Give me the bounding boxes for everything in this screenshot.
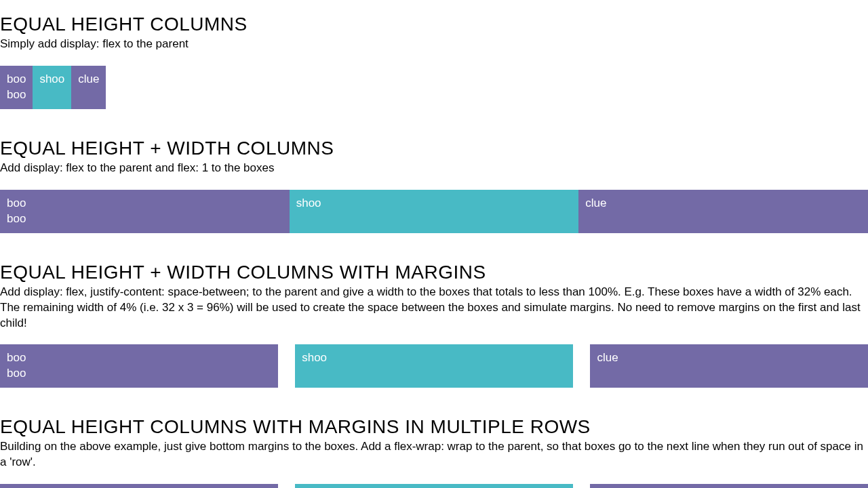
example-row: booboo shoo clue <box>0 344 868 388</box>
demo-box: shoo <box>295 484 573 488</box>
section-heading: EQUAL HEIGHT COLUMNS WITH MARGINS IN MUL… <box>0 416 868 438</box>
demo-box: clue <box>71 66 106 109</box>
example-row: booboo shoo clue <box>0 190 868 233</box>
demo-box: clue <box>590 344 868 388</box>
demo-box: shoo <box>295 344 573 388</box>
example-row: boo shoo clue <box>0 484 868 488</box>
section-description: Simply add display: flex to the parent <box>0 37 868 52</box>
section-heading: EQUAL HEIGHT COLUMNS <box>0 14 868 35</box>
section-description: Add display: flex to the parent and flex… <box>0 161 868 176</box>
demo-box: shoo <box>33 66 71 109</box>
demo-box: clue <box>590 484 868 488</box>
demo-box: booboo <box>0 344 278 388</box>
demo-box: shoo <box>290 190 579 233</box>
section-heading: EQUAL HEIGHT + WIDTH COLUMNS WITH MARGIN… <box>0 262 868 283</box>
demo-box: booboo <box>0 66 33 109</box>
section-description: Add display: flex, justify-content: spac… <box>0 285 868 331</box>
section-description: Building on the above example, just give… <box>0 439 868 470</box>
example-row: booboo shoo clue <box>0 66 868 109</box>
demo-box: booboo <box>0 190 290 233</box>
demo-box: boo <box>0 484 278 488</box>
section-heading: EQUAL HEIGHT + WIDTH COLUMNS <box>0 138 868 159</box>
demo-box: clue <box>578 190 868 233</box>
